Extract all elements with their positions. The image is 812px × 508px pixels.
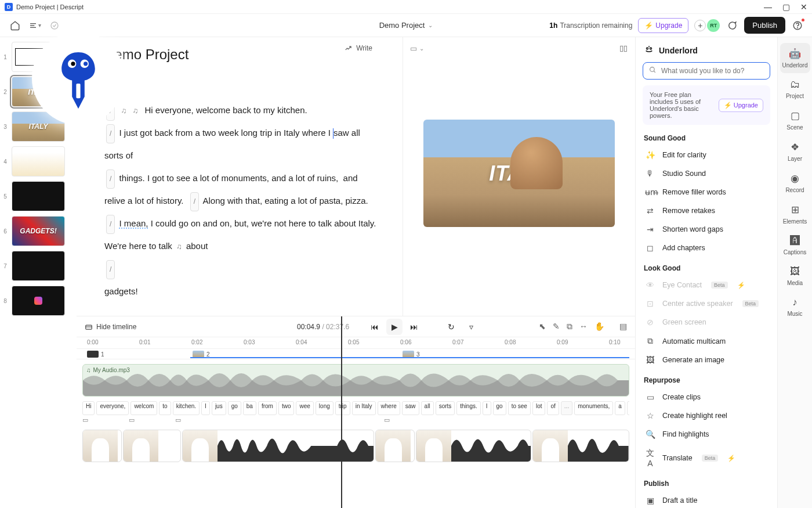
- upgrade-button[interactable]: ⚡ Upgrade: [638, 18, 688, 33]
- comments-icon[interactable]: [726, 19, 738, 32]
- word-chip[interactable]: two: [278, 401, 295, 415]
- help-icon[interactable]: [791, 19, 804, 32]
- action-generate-image[interactable]: 🖼Generate an image: [644, 351, 769, 369]
- word-chip[interactable]: I: [201, 401, 210, 415]
- user-avatar[interactable]: RT: [707, 19, 720, 32]
- range-tool-icon[interactable]: ↔: [579, 322, 588, 332]
- word-chip[interactable]: lot: [532, 401, 546, 415]
- rail-record[interactable]: ◉Record: [780, 168, 810, 198]
- timeline-ruler[interactable]: 0:00 0:01 0:02 0:03 0:04 0:05 0:06 0:07 …: [77, 337, 635, 349]
- script-editor[interactable]: Demo Project Tiff / ♫ ♫ Hi everyone, wel…: [77, 37, 403, 316]
- scene-thumb[interactable]: 5: [2, 181, 74, 211]
- word-chip[interactable]: where: [378, 401, 400, 415]
- word-chip[interactable]: wee: [296, 401, 313, 415]
- action-studio-sound[interactable]: 🎙Studio Sound: [644, 164, 769, 183]
- loop-icon[interactable]: ↻: [443, 319, 459, 335]
- action-remove-filler[interactable]: u̶m̶Remove filler words: [644, 183, 769, 201]
- marker-icon[interactable]: ▭: [175, 416, 181, 424]
- write-mode-button[interactable]: Write: [345, 44, 372, 52]
- word-chip[interactable]: welcom: [130, 401, 157, 415]
- hide-timeline-button[interactable]: Hide timeline: [85, 323, 136, 331]
- underlord-search-input[interactable]: [661, 67, 764, 75]
- blade-tool-icon[interactable]: ✎: [553, 322, 560, 332]
- scene-break-icon[interactable]: /: [106, 260, 115, 279]
- window-minimize-icon[interactable]: —: [764, 2, 772, 12]
- window-maximize-icon[interactable]: ▢: [782, 2, 790, 12]
- scene-break-icon[interactable]: /: [106, 170, 115, 189]
- rail-elements[interactable]: ⊞Elements: [780, 199, 810, 229]
- menu-icon[interactable]: ▾: [28, 19, 42, 33]
- rail-underlord[interactable]: 🤖Underlord: [780, 43, 810, 73]
- scene-thumb[interactable]: 7: [2, 251, 74, 281]
- word-chip[interactable]: trip: [335, 401, 350, 415]
- action-draft-title[interactable]: ▣Draft a title: [644, 491, 769, 508]
- video-track[interactable]: [82, 426, 629, 466]
- bookmark-icon[interactable]: ▿: [463, 319, 479, 335]
- word-track[interactable]: Hieveryone,welcomtokitchen.Ijusgobafromt…: [82, 401, 629, 415]
- word-chip[interactable]: a: [615, 401, 625, 415]
- link-tool-icon[interactable]: ⧉: [567, 322, 572, 332]
- action-translate[interactable]: 文ATranslateBeta⚡: [644, 444, 769, 473]
- audio-track[interactable]: ♫My Audio.mp3: [82, 364, 629, 397]
- word-chip[interactable]: all: [421, 401, 434, 415]
- marker-icon[interactable]: ▭: [129, 416, 135, 424]
- word-chip[interactable]: Hi: [82, 401, 95, 415]
- rail-layer[interactable]: ❖Layer: [780, 136, 810, 167]
- word-chip[interactable]: go: [493, 401, 506, 415]
- scene-break-icon[interactable]: /: [190, 192, 199, 211]
- rail-scene[interactable]: ▢Scene: [780, 105, 810, 135]
- word-chip[interactable]: go: [228, 401, 241, 415]
- action-create-clips[interactable]: ▭Create clips: [644, 388, 769, 406]
- rail-captions[interactable]: 🅰Captions: [780, 230, 810, 260]
- action-highlight-reel[interactable]: ☆Create highlight reel: [644, 406, 769, 425]
- word-chip[interactable]: lot: [627, 401, 629, 415]
- preview-layout-dropdown[interactable]: ▭ ⌄: [410, 44, 424, 53]
- hand-tool-icon[interactable]: ✋: [594, 322, 604, 332]
- selection-tool-icon[interactable]: ⬉: [539, 322, 546, 332]
- speaker-label[interactable]: Tiff: [104, 86, 379, 94]
- scene-break-icon[interactable]: /: [106, 124, 115, 143]
- word-chip[interactable]: to: [159, 401, 171, 415]
- skip-forward-icon[interactable]: ⏭: [406, 319, 422, 335]
- marker-icon[interactable]: ▭: [384, 416, 390, 424]
- action-remove-retakes[interactable]: ⇄Remove retakes: [644, 201, 769, 220]
- composition-title[interactable]: Demo Project: [104, 46, 379, 63]
- skip-back-icon[interactable]: ⏮: [367, 319, 383, 335]
- underlord-search[interactable]: [643, 62, 770, 80]
- rail-media[interactable]: 🖼Media: [780, 261, 810, 291]
- word-chip[interactable]: ...: [561, 401, 572, 415]
- word-chip[interactable]: things.: [456, 401, 480, 415]
- action-multicam[interactable]: ⧉Automatic multicam: [644, 332, 769, 351]
- action-shorten-gaps[interactable]: ⇥Shorten word gaps: [644, 220, 769, 239]
- action-add-chapters[interactable]: ◻Add chapters: [644, 239, 769, 257]
- word-chip[interactable]: jus: [212, 401, 226, 415]
- home-icon[interactable]: [8, 19, 22, 33]
- word-chip[interactable]: kitchen.: [173, 401, 200, 415]
- word-chip[interactable]: in Italy: [352, 401, 376, 415]
- word-chip[interactable]: I: [483, 401, 491, 415]
- window-close-icon[interactable]: ✕: [800, 2, 807, 12]
- sync-status-icon[interactable]: [48, 19, 61, 33]
- scene-markers-row[interactable]: 1 2 3: [77, 349, 635, 359]
- scene-thumb[interactable]: 8: [2, 286, 74, 316]
- word-chip[interactable]: everyone,: [96, 401, 129, 415]
- rail-project[interactable]: 🗂Project: [780, 74, 810, 104]
- scene-thumb[interactable]: 4: [2, 146, 74, 176]
- action-find-highlights[interactable]: 🔍Find highlights: [644, 425, 769, 444]
- project-dropdown[interactable]: Demo Project ⌄: [379, 21, 433, 30]
- playhead[interactable]: [341, 316, 342, 508]
- word-chip[interactable]: saw: [402, 401, 419, 415]
- word-chip[interactable]: to see: [508, 401, 531, 415]
- rail-music[interactable]: ♪Music: [780, 292, 810, 322]
- marker-icon[interactable]: ▭: [82, 416, 88, 424]
- action-edit-clarity[interactable]: ✨Edit for clarity: [644, 146, 769, 164]
- promo-upgrade-button[interactable]: ⚡Upgrade: [719, 99, 763, 112]
- play-button[interactable]: ▶: [386, 319, 403, 335]
- timeline-options-icon[interactable]: ▤: [619, 322, 627, 332]
- word-chip[interactable]: long: [316, 401, 334, 415]
- preview-canvas[interactable]: ITALY: [423, 120, 615, 227]
- word-chip[interactable]: ba: [243, 401, 256, 415]
- publish-button[interactable]: Publish: [744, 17, 785, 34]
- word-chip[interactable]: of: [547, 401, 559, 415]
- scene-thumb[interactable]: 6GADGETS!: [2, 216, 74, 246]
